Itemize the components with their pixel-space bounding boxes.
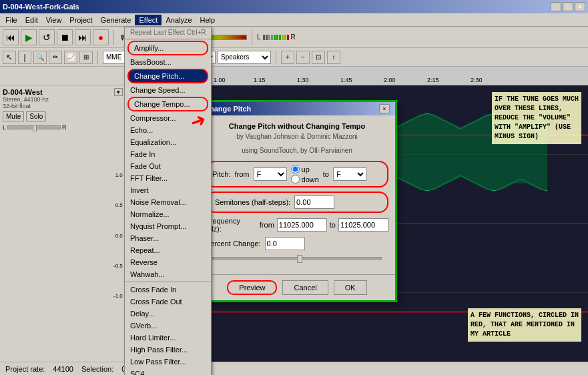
envelope-tool[interactable]: 📈 <box>64 51 77 64</box>
zoom-tool[interactable]: 🔍 <box>33 51 47 64</box>
hard-limiter-item[interactable]: Hard Limiter... <box>125 332 211 344</box>
freq-to-label: to <box>330 221 336 229</box>
pitch-to-label: to <box>323 170 329 178</box>
ruler-mark-100: 1:00 <box>214 77 226 83</box>
change-pitch-item[interactable]: Change Pitch... <box>127 69 208 83</box>
amplify-item-wrapper: Amplify... <box>125 41 211 55</box>
amplify-item[interactable]: Amplify... <box>127 41 208 55</box>
change-speed-item[interactable]: Change Speed... <box>125 84 211 96</box>
cross-fade-in-item[interactable]: Cross Fade In <box>125 284 211 296</box>
fft-filter-item[interactable]: FFT Filter... <box>125 172 211 184</box>
menu-help[interactable]: Help <box>196 15 220 25</box>
fit-v-button[interactable]: ↕ <box>327 51 340 64</box>
cancel-button[interactable]: Cancel <box>282 280 328 295</box>
output-device-select[interactable]: Speakers <box>218 51 271 64</box>
ruler-mark-215: 2:15 <box>427 77 439 83</box>
forward-button[interactable]: ⏭ <box>75 29 91 45</box>
draw-tool[interactable]: ✏ <box>49 51 62 64</box>
pitch-from-select[interactable]: FCDEGAB <box>254 167 287 181</box>
fade-out-item[interactable]: Fade Out <box>125 160 211 172</box>
repeat-last-effect[interactable]: Repeat Last Effect Ctrl+R <box>125 27 211 37</box>
track-info-panel: D-004-West ▾ Stereo, 44100-hz 32-bit flo… <box>0 85 127 362</box>
invert-item[interactable]: Invert <box>125 184 211 196</box>
play-button[interactable]: ▶ <box>21 29 37 45</box>
semitones-input[interactable] <box>294 196 334 209</box>
up-radio[interactable] <box>291 165 300 173</box>
title-bar-text: D-004-West-Fork-Gals <box>3 3 79 11</box>
bassboost-item[interactable]: BassBoost... <box>125 56 211 68</box>
scale-05: 0.5 <box>113 202 123 208</box>
level-label-L: L <box>257 33 261 41</box>
multi-tool[interactable]: ⊞ <box>79 51 93 64</box>
phaser-item[interactable]: Phaser... <box>125 232 211 244</box>
reverse-item[interactable]: Reverse <box>125 256 211 268</box>
pitch-to-select[interactable]: FCDEGAB <box>333 167 366 181</box>
annotation-bottom: A FEW FUNCTIONS, CIRCLED IN RED, THAT AR… <box>468 308 581 342</box>
dialog-subtitle: Change Pitch without Changing Tempo <box>206 122 388 130</box>
effect-dropdown-menu: Repeat Last Effect Ctrl+R Amplify... Bas… <box>124 27 212 375</box>
semitones-row: Semitones (half-steps): <box>206 192 388 213</box>
freq-to-input[interactable] <box>338 218 388 232</box>
menu-analyze[interactable]: Analyze <box>162 15 196 25</box>
pan-slider[interactable] <box>7 125 61 129</box>
semitones-label: Semitones (half-steps): <box>215 198 290 206</box>
percent-change-row: Percent Change: <box>206 237 388 264</box>
gverb-item[interactable]: GVerb... <box>125 320 211 332</box>
menu-effect[interactable]: Effect <box>135 15 162 25</box>
dialog-credit1: by Vaughan Johnson & Dominic Mazzoni <box>206 133 388 140</box>
ruler-mark-130: 1:30 <box>297 77 309 83</box>
high-pass-filter-item[interactable]: High Pass Filter... <box>125 344 211 356</box>
cursor-tool[interactable]: ↖ <box>3 51 16 64</box>
repeat-item[interactable]: Repeat... <box>125 244 211 256</box>
pan-label: L <box>3 124 6 131</box>
percent-slider-container[interactable] <box>212 253 382 264</box>
normalize-item[interactable]: Normalize... <box>125 208 211 220</box>
equalization-item[interactable]: Equalization... <box>125 136 211 148</box>
pitch-from-label: from <box>235 170 250 178</box>
zoom-in-button[interactable]: + <box>281 51 294 64</box>
nyquist-item[interactable]: Nyquist Prompt... <box>125 220 211 232</box>
close-button[interactable]: × <box>575 2 585 11</box>
title-bar: D-004-West-Fork-Gals _ □ × <box>0 0 588 13</box>
solo-button[interactable]: Solo <box>26 111 46 121</box>
down-radio[interactable] <box>291 175 300 183</box>
dialog-close-button[interactable]: × <box>379 104 390 113</box>
delay-item[interactable]: Delay... <box>125 308 211 320</box>
level-label-R: R <box>291 33 296 41</box>
stop-button[interactable]: ⏹ <box>57 29 73 45</box>
low-pass-filter-item[interactable]: Low Pass Filter... <box>125 356 211 368</box>
cross-fade-out-item[interactable]: Cross Fade Out <box>125 296 211 308</box>
menu-file[interactable]: File <box>1 15 21 25</box>
record-button[interactable]: ● <box>93 29 109 45</box>
selection-label: Selection: <box>81 365 113 373</box>
change-pitch-dialog: Change Pitch × Change Pitch without Chan… <box>197 100 397 302</box>
sc4-item[interactable]: SC4... <box>125 368 211 375</box>
track-menu-button[interactable]: ▾ <box>114 88 123 96</box>
scale-n1: -1.0 <box>113 293 123 299</box>
menu-bar: File Edit View Project Generate Effect A… <box>0 13 588 27</box>
menu-project[interactable]: Project <box>65 15 96 25</box>
select-tool[interactable]: | <box>18 51 31 64</box>
mute-button[interactable]: Mute <box>3 111 24 121</box>
ok-button[interactable]: OK <box>334 280 367 295</box>
minimize-button[interactable]: _ <box>551 2 561 11</box>
menu-edit[interactable]: Edit <box>21 15 42 25</box>
menu-generate[interactable]: Generate <box>97 15 135 25</box>
zoom-out-button[interactable]: − <box>296 51 310 64</box>
freq-from-input[interactable] <box>277 218 327 232</box>
frequency-label: Frequency (Hz): <box>206 217 257 233</box>
pitch-row: Pitch: from FCDEGAB up down to <box>206 161 388 188</box>
noise-removal-item[interactable]: Noise Removal... <box>125 196 211 208</box>
percent-input[interactable] <box>265 237 305 250</box>
menu-view[interactable]: View <box>42 15 66 25</box>
fade-in-item[interactable]: Fade In <box>125 148 211 160</box>
preview-button[interactable]: Preview <box>227 280 277 295</box>
maximize-button[interactable]: □ <box>563 2 573 11</box>
fit-button[interactable]: ⊡ <box>312 51 325 64</box>
rewind-button[interactable]: ⏮ <box>3 29 19 45</box>
wahwah-item[interactable]: Wahwah... <box>125 268 211 280</box>
up-label: up <box>302 165 310 173</box>
percent-label: Percent Change: <box>206 240 261 248</box>
loop-button[interactable]: ↺ <box>39 29 55 45</box>
dialog-body: Change Pitch without Changing Tempo by V… <box>199 115 395 274</box>
